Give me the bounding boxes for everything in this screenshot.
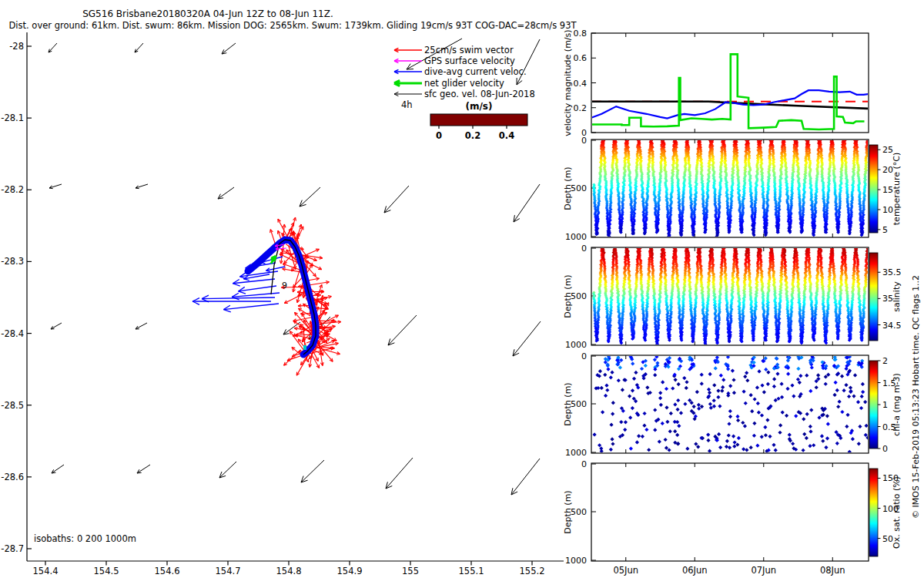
map-x-tick: 154.9 [337, 566, 363, 576]
colorbar-tick: 1 [882, 400, 888, 410]
colorbar-tick: 35.5 [882, 267, 902, 277]
depth-tick: 0 [581, 459, 587, 469]
isobaths-note: isobaths: 0 200 1000m [34, 533, 136, 544]
current-vectors [192, 257, 285, 312]
salinity-scatter [592, 247, 869, 345]
panel-velocity: 00.20.40.60.8velocity magnitude (m/s) [563, 29, 869, 138]
colorbar-tick: 34.5 [882, 321, 902, 331]
depth-tick: 0 [581, 351, 587, 361]
y-tick: 0.4 [574, 79, 588, 89]
seaglider-mission-figure: SG516 Brisbane20180320A 04-Jun 12Z to 08… [0, 0, 924, 578]
map-x-tick: 155 [402, 566, 419, 576]
dive-number-annotation: 9 [282, 281, 287, 291]
legend-entry-label: net glider velocity [424, 78, 504, 89]
depth-tick: 0 [581, 136, 587, 146]
panel-salinity: 05001000Depth (m)34.53535.5salinity [563, 244, 902, 350]
chl-scatter [592, 355, 869, 454]
colorbar-title: temperature (°C) [892, 153, 902, 225]
depth-tick: 1000 [565, 448, 587, 458]
map-y-tick: -28.3 [1, 256, 24, 267]
x-tick-label: 05Jun [613, 565, 638, 576]
x-tick-label: 07Jun [751, 565, 776, 576]
legend-duration-label: 4h [401, 99, 413, 110]
x-tick-label: 06Jun [682, 565, 708, 576]
panel-chl: 05001000Depth (m)00.511.52chl-a (mg m-3) [563, 351, 902, 458]
y-tick: 0.2 [574, 103, 588, 113]
figure-canvas: 154.4154.5154.6154.7154.8154.9155155.115… [0, 0, 924, 578]
colorbar-tick: 2 [882, 356, 888, 366]
map-y-tick: -28 [9, 41, 24, 52]
map-y-tick: -28.6 [1, 472, 24, 482]
map-y-tick: -28.1 [1, 113, 24, 123]
y-axis-label: Depth (m) [563, 274, 573, 318]
y-tick: 0.8 [574, 29, 588, 39]
depth-tick: 0 [581, 244, 587, 254]
colorbar-tick: 0 [882, 444, 888, 454]
panel-temperature: 05001000Depth (m)510152025temperature (°… [563, 136, 902, 242]
colorbar-oxygen: 50100150Ox. sat. ratio (%) [869, 469, 902, 556]
depth-tick: 1000 [565, 232, 587, 242]
map-plot: 154.4154.5154.6154.7154.8154.9155155.115… [1, 32, 564, 576]
depth-tick: 500 [571, 399, 587, 409]
legend-colorbar-title: (m/s) [466, 101, 493, 112]
legend-entry-label: sfc geo. vel. 08-Jun-2018 [424, 89, 535, 99]
depth-tick: 1000 [565, 340, 587, 350]
map-x-tick: 155.2 [520, 566, 545, 576]
y-axis-label: Depth (m) [563, 166, 573, 210]
map-x-tick: 154.5 [94, 566, 119, 576]
panel-oxygen: 05001000Depth (m)50100150Ox. sat. ratio … [563, 459, 902, 576]
y-axis-label: Depth (m) [563, 490, 573, 533]
map-legend: 25cm/s swim vectorGPS surface velocitydi… [394, 45, 535, 141]
colorbar-salinity: 34.53535.5salinity [869, 253, 902, 341]
depth-tick: 500 [571, 507, 587, 517]
series-net-glider-velocity [591, 54, 865, 129]
surfacing-marker [303, 345, 306, 350]
temperature-scatter [592, 139, 869, 237]
legend-entry-label: 25cm/s swim vector [424, 45, 514, 55]
legend-colorbar-tick: 0.4 [499, 130, 514, 141]
y-tick: 0.6 [574, 53, 588, 63]
map-x-tick: 154.6 [155, 566, 180, 576]
map-y-tick: -28.4 [1, 328, 24, 339]
map-y-tick: -28.5 [1, 400, 24, 411]
colorbar-tick: 5 [882, 225, 888, 235]
map-y-tick: -28.2 [1, 184, 24, 195]
y-axis-label: Depth (m) [563, 382, 573, 425]
y-axis-label: velocity magnitude (m/s) [563, 29, 573, 136]
legend-entry-label: GPS surface velocity [424, 55, 515, 66]
depth-tick: 500 [571, 183, 587, 193]
legend-colorbar-tick: 0 [436, 130, 442, 141]
velocity-series [591, 54, 869, 129]
colorbar-title: salinity [892, 281, 902, 312]
depth-tick: 500 [571, 291, 587, 301]
credit-vertical: © IMOS 15-Feb-2019 05:13:23 Hobart time.… [911, 275, 921, 519]
map-x-tick: 154.8 [276, 566, 302, 576]
x-tick-label: 08Jun [820, 565, 845, 576]
legend-entry-label: dive-avg current veloc. [424, 66, 527, 77]
colorbar-title: Ox. sat. ratio (%) [892, 476, 902, 549]
colorbar-chl: 00.511.52chl-a (mg m-3) [869, 356, 902, 454]
legend-colorbar [430, 114, 527, 126]
colorbar-title: chl-a (mg m-3) [892, 373, 902, 436]
map-x-tick: 155.1 [459, 566, 484, 576]
map-x-tick: 154.7 [216, 566, 241, 576]
depth-tick: 1000 [565, 556, 587, 566]
colorbar-temperature: 510152025temperature (°C) [869, 145, 902, 235]
legend-colorbar-tick: 0.2 [465, 130, 480, 141]
map-x-tick: 154.4 [33, 566, 59, 576]
map-y-tick: -28.7 [1, 543, 24, 554]
